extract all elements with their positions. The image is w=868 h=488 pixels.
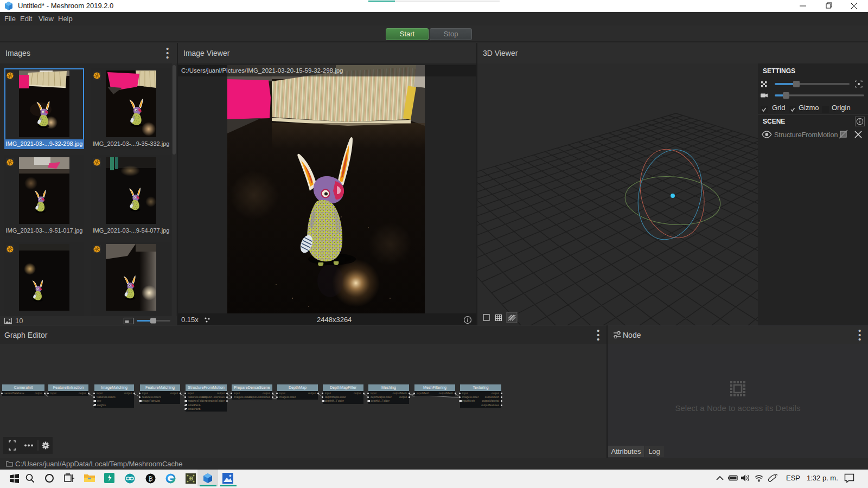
svg-text:₿: ₿ bbox=[148, 476, 152, 482]
